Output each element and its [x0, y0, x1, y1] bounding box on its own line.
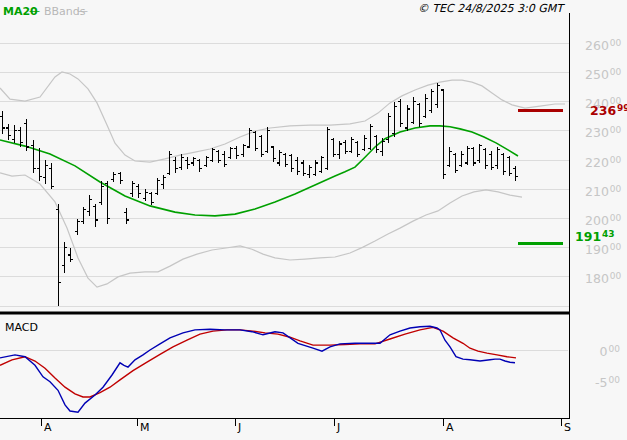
ohlc-bar	[136, 184, 142, 199]
ohlc-bar	[56, 204, 62, 306]
macd-signal-line	[0, 327, 516, 397]
ohlc-bar	[435, 83, 441, 108]
ohlc-bar	[331, 138, 337, 157]
ohlc-bar	[380, 138, 386, 156]
month-label: A	[446, 421, 454, 434]
ohlc-bar	[355, 141, 361, 157]
ohlc-bar	[191, 157, 197, 166]
price-tick-label: 25000	[585, 67, 622, 82]
ohlc-bar	[362, 135, 368, 151]
ohlc-bar	[118, 172, 124, 184]
ohlc-bar	[216, 150, 222, 163]
price-tick-label: 23000	[585, 125, 622, 140]
ohlc-bar	[423, 94, 429, 117]
ohlc-bar	[392, 102, 398, 137]
ohlc-bar	[349, 137, 355, 153]
ohlc-bar	[289, 154, 295, 172]
ohlc-bar	[301, 160, 307, 176]
ohlc-bar	[271, 146, 277, 162]
ohlc-bar	[6, 124, 12, 140]
ohlc-bar	[234, 146, 240, 159]
ohlc-bar	[179, 154, 185, 170]
ohlc-bar	[368, 124, 374, 150]
month-label: M	[140, 421, 150, 434]
ohlc-bar	[417, 103, 423, 126]
ohlc-bar	[93, 204, 99, 227]
ohlc-bar	[124, 208, 130, 224]
ohlc-bar	[253, 131, 259, 151]
macd-panel-label: MACD	[5, 321, 38, 334]
macd-tick-label: 000	[600, 344, 621, 359]
month-label: J	[237, 421, 241, 434]
ohlc-bar	[75, 219, 81, 235]
ohlc-bar	[453, 153, 459, 173]
ohlc-bar	[222, 151, 228, 167]
month-label: J	[336, 421, 340, 434]
ohlc-bar	[0, 111, 5, 134]
ohlc-bar	[343, 140, 349, 155]
ohlc-bar	[307, 165, 313, 178]
ohlc-bar	[43, 160, 49, 183]
ohlc-bar	[447, 147, 453, 167]
ohlc-bar	[495, 147, 501, 169]
ohlc-bar	[489, 151, 495, 170]
ohlc-bar	[277, 150, 283, 166]
ohlc-bar	[204, 156, 210, 168]
ohlc-bar	[87, 195, 93, 216]
month-label: S	[564, 421, 571, 434]
ohlc-bar	[459, 151, 465, 167]
ohlc-bar	[507, 156, 513, 177]
copyright-text: © TEC 24/8/2025 3:0 GMT	[418, 2, 565, 15]
ohlc-bar	[155, 178, 161, 196]
bollinger-upper-band	[0, 72, 565, 162]
price-tick-label: 20000	[585, 213, 622, 228]
ohlc-bar	[398, 99, 404, 127]
ohlc-bar	[149, 192, 155, 205]
ohlc-bar	[405, 105, 411, 131]
price-tick-label: 22000	[585, 155, 622, 170]
resistance-level-label: 23699	[590, 103, 627, 118]
ohlc-bar	[513, 166, 519, 181]
ohlc-bar	[143, 189, 149, 201]
ohlc-bar	[465, 146, 471, 165]
bollinger-lower-band	[0, 173, 522, 287]
ohlc-bar	[62, 242, 68, 273]
ohlc-bar	[185, 157, 191, 169]
price-chart-svg: 2600025000240002300022000210002000019000…	[0, 0, 627, 440]
chart-layers: 2600025000240002300022000210002000019000…	[0, 13, 627, 434]
ohlc-bar	[167, 151, 173, 174]
ohlc-bar	[471, 147, 477, 166]
ohlc-bar	[49, 163, 55, 189]
ma20-line	[0, 126, 518, 216]
ohlc-bar	[37, 148, 43, 180]
ohlc-bar	[12, 125, 18, 143]
price-tick-label: 19000	[585, 242, 622, 257]
ohlc-bar	[241, 144, 247, 157]
ohlc-bar	[111, 172, 117, 182]
ohlc-bar	[325, 127, 331, 171]
ohlc-bar	[429, 89, 435, 114]
ohlc-bar	[483, 148, 489, 169]
ohlc-bar	[337, 141, 343, 159]
price-tick-label: 21000	[585, 184, 622, 199]
price-tick-label: 18000	[585, 271, 622, 286]
ohlc-bar	[501, 153, 507, 175]
ohlc-bar	[259, 135, 265, 157]
stock-chart-window: 2600025000240002300022000210002000019000…	[0, 0, 627, 440]
ohlc-bar	[31, 140, 37, 174]
ohlc-bar	[173, 157, 179, 173]
ohlc-bar	[228, 147, 234, 159]
month-label: A	[44, 421, 52, 434]
ohlc-bar	[68, 248, 74, 263]
ohlc-bar	[313, 160, 319, 176]
panel-separator	[0, 312, 570, 315]
macd-line	[0, 326, 515, 412]
ohlc-bar	[130, 181, 136, 197]
ohlc-bar	[161, 175, 167, 190]
legend-ma20-line-sample: —	[29, 4, 40, 17]
ohlc-bar	[81, 207, 87, 225]
macd-tick-label: -500	[595, 375, 620, 390]
legend-bbands-line-sample: —	[77, 4, 88, 17]
ohlc-bar	[319, 156, 325, 174]
price-tick-label: 26000	[585, 38, 622, 53]
